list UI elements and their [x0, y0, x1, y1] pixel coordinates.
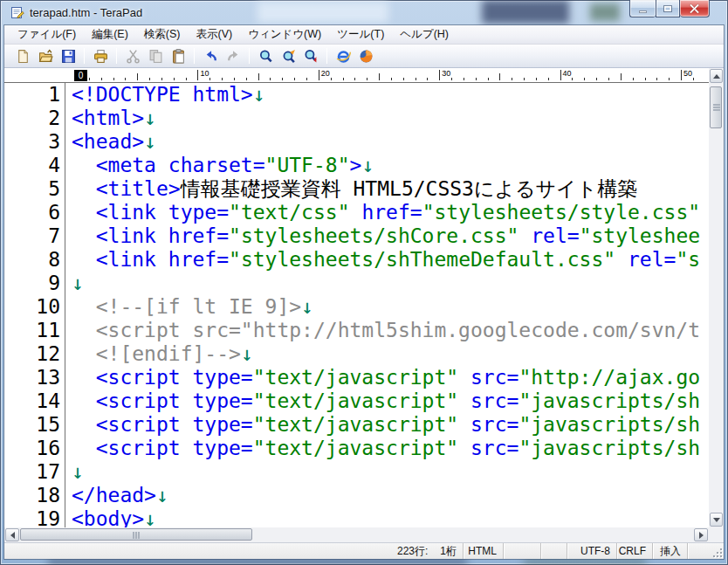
save-file-button[interactable]: [58, 46, 79, 65]
find-previous-button[interactable]: [300, 46, 321, 65]
maximize-button[interactable]: [656, 0, 680, 17]
ruler-tick: [548, 78, 549, 81]
code-text[interactable]: ↓: [65, 460, 84, 484]
line-number: 13: [4, 366, 65, 389]
code-text[interactable]: <body>↓: [65, 507, 156, 527]
vertical-scroll-thumb[interactable]: [710, 86, 722, 128]
ruler-tick: [669, 78, 670, 81]
scroll-up-button[interactable]: [710, 69, 723, 83]
line-number: 6: [4, 201, 65, 224]
ruler-cursor-indicator: 0: [74, 70, 87, 81]
print-button[interactable]: [90, 46, 111, 65]
arrow-up-icon: [713, 74, 720, 79]
ruler-tick: [270, 78, 271, 81]
status-line-column: 223行: 1桁: [358, 543, 463, 559]
code-text[interactable]: <!--[if lt IE 9]>↓: [65, 295, 313, 319]
code-text[interactable]: </head>↓: [65, 484, 168, 507]
ruler: 0 1020304050: [4, 68, 709, 83]
code-text[interactable]: <meta charset="UTF-8">↓: [65, 154, 374, 177]
code-token: [72, 154, 96, 176]
copy-button[interactable]: [145, 46, 166, 65]
ruler-tick: [246, 78, 247, 81]
code-text[interactable]: <![endif]-->↓: [65, 342, 253, 366]
code-text[interactable]: ↓: [65, 272, 84, 295]
ruler-tick: [197, 70, 198, 80]
close-button[interactable]: [680, 0, 710, 17]
menu-item-view[interactable]: 表示(V): [188, 24, 240, 45]
resize-grip[interactable]: [711, 547, 722, 557]
glass-blur-decoration: [524, 559, 646, 564]
code-text[interactable]: <link href="stylesheets/shThemeDefault.c…: [65, 248, 700, 272]
new-file-button[interactable]: [12, 46, 33, 65]
code-token: [458, 437, 470, 459]
eol-mark: ↓: [144, 107, 156, 129]
text-area[interactable]: 1<!DOCTYPE html>↓2<html>↓3<head>↓4 <meta…: [4, 83, 709, 527]
menu-item-tool[interactable]: ツール(T): [329, 24, 392, 45]
eol-mark: ↓: [253, 83, 265, 106]
print-icon: [93, 49, 108, 64]
arrow-down-icon: [713, 518, 720, 522]
ruler-mark-label: 50: [683, 69, 692, 78]
ruler-mark-label: 20: [321, 69, 330, 78]
menu-item-help[interactable]: ヘルプ(H): [392, 24, 457, 45]
open-file-button[interactable]: [35, 46, 56, 65]
code-token: <script src="http://html5shim.googlecode…: [96, 319, 700, 341]
code-token: <![endif]-->: [96, 342, 241, 365]
code-text[interactable]: <script type="text/javascript" src="java…: [65, 389, 700, 413]
horizontal-scroll-thumb[interactable]: [20, 528, 252, 541]
status-column: 1桁: [440, 544, 457, 559]
code-token: [458, 389, 470, 412]
code-text[interactable]: <link type="text/css" href="stylesheets/…: [65, 201, 700, 224]
maximize-icon: [663, 5, 672, 12]
internet-explorer-icon: [336, 49, 351, 64]
code-text[interactable]: <script type="text/javascript" src="http…: [65, 366, 700, 389]
title-bar[interactable]: terapad.htm - TeraPad: [0, 0, 728, 25]
open-in-ie-button[interactable]: [333, 46, 354, 65]
code-text[interactable]: <script src="http://html5shim.googlecode…: [65, 319, 700, 342]
eol-mark: ↓: [156, 484, 168, 506]
code-text[interactable]: <script type="text/javascript" src="java…: [65, 413, 700, 437]
toolbar-separator: [326, 48, 327, 64]
code-line: 2<html>↓: [4, 107, 709, 130]
ruler-tick: [137, 73, 138, 80]
code-text[interactable]: <title>情報基礎授業資料 HTML5/CSS3によるサイト構築: [65, 177, 637, 201]
menu-item-edit[interactable]: 編集(E): [84, 24, 136, 45]
ruler-tick: [416, 78, 416, 81]
search-icon: [258, 49, 273, 64]
line-number: 15: [4, 413, 65, 437]
menu-item-window[interactable]: ウィンドウ(W): [240, 24, 329, 45]
line-number: 14: [4, 389, 65, 413]
ruler-tick: [367, 78, 367, 81]
code-text[interactable]: <head>↓: [65, 130, 156, 154]
code-token: "stylesheets/shThemeDefault.css": [229, 248, 615, 271]
status-input-mode: 挿入: [652, 543, 687, 559]
ruler-tick: [331, 78, 332, 81]
code-text[interactable]: <html>↓: [65, 107, 156, 130]
menu-item-file[interactable]: ファイル(F): [10, 24, 84, 45]
scroll-left-button[interactable]: [5, 528, 19, 541]
window-title: terapad.htm - TeraPad: [30, 6, 142, 19]
code-text[interactable]: <!DOCTYPE html>↓: [65, 83, 265, 107]
code-text[interactable]: <link href="stylesheets/shCore.css" rel=…: [65, 224, 700, 248]
find-button[interactable]: [255, 46, 276, 65]
minimize-button[interactable]: [629, 0, 656, 17]
undo-button[interactable]: [200, 46, 221, 65]
code-token: "text/javascript": [253, 437, 458, 459]
scroll-down-button[interactable]: [710, 513, 723, 527]
redo-button[interactable]: [223, 46, 244, 65]
ruler-tick: [282, 78, 283, 81]
vertical-scrollbar[interactable]: [709, 68, 724, 527]
find-next-button[interactable]: [278, 46, 299, 65]
horizontal-scrollbar[interactable]: [4, 527, 709, 542]
cut-scissors-icon: [126, 49, 141, 64]
scroll-right-button[interactable]: [694, 528, 708, 541]
code-text[interactable]: <script type="text/javascript" src="java…: [65, 437, 700, 460]
menu-item-search[interactable]: 検索(S): [136, 24, 189, 45]
toolbar-separator: [249, 48, 250, 64]
cut-button[interactable]: [122, 46, 143, 65]
paste-button[interactable]: [168, 46, 189, 65]
open-in-firefox-button[interactable]: [355, 46, 376, 65]
code-token: <body>: [72, 507, 144, 527]
ruler-mark-label: 10: [200, 69, 209, 78]
code-line: 10 <!--[if lt IE 9]>↓: [4, 295, 709, 319]
